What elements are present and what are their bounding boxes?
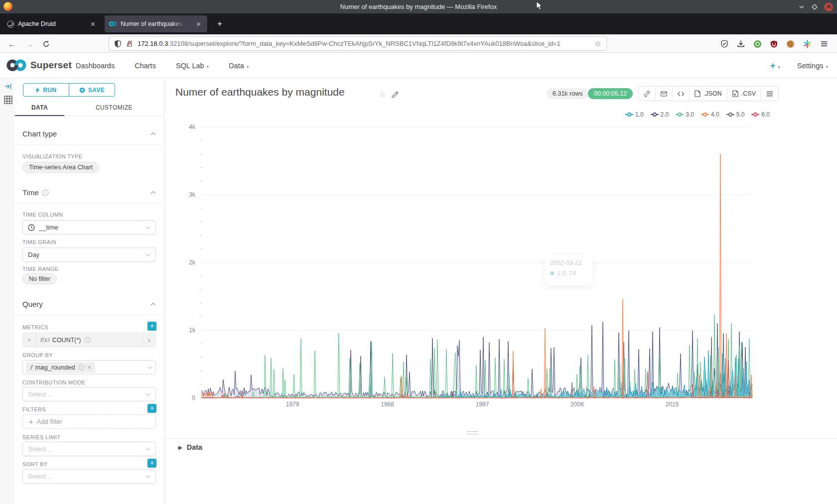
tab-close-icon[interactable]: ✕ bbox=[194, 20, 203, 28]
browser-tab-apache-druid[interactable]: Apache Druid ✕ bbox=[3, 15, 102, 32]
browser-tab-superset-chart[interactable]: Numer of earthquakes by ✕ bbox=[105, 15, 207, 32]
add-metric-button[interactable]: + bbox=[147, 322, 156, 331]
add-filter-plus-button[interactable]: + bbox=[147, 404, 156, 413]
nav-dashboards[interactable]: Dashboards bbox=[76, 62, 115, 70]
superset-logo[interactable]: Superset bbox=[6, 58, 72, 72]
time-column-select[interactable]: __time bbox=[22, 220, 156, 235]
tab-customize[interactable]: CUSTOMIZE bbox=[65, 100, 163, 116]
fx-icon: f(x) bbox=[40, 337, 49, 343]
chevron-up-icon bbox=[150, 132, 156, 135]
export-csv-button[interactable]: .CSV bbox=[727, 87, 761, 101]
email-button[interactable] bbox=[656, 87, 673, 101]
question-circle-icon: ? bbox=[84, 337, 91, 343]
series-limit-label: SERIES LIMIT bbox=[22, 434, 60, 440]
section-chart-type[interactable]: Chart type bbox=[22, 129, 156, 138]
nav-charts[interactable]: Charts bbox=[135, 62, 156, 70]
viz-type-pill[interactable]: Time-series Area Chart bbox=[22, 162, 99, 173]
chart-legend: 1.02.03.04.05.06.0 bbox=[625, 111, 770, 118]
extension-green-icon[interactable] bbox=[753, 40, 762, 48]
url-bar[interactable]: 172.18.0.3:32108/superset/explore/?form_… bbox=[109, 36, 607, 51]
pocket-shield-icon[interactable] bbox=[720, 40, 728, 48]
legend-item-3.0[interactable]: 3.0 bbox=[676, 111, 694, 118]
row-count-badge: 6.31k rows bbox=[547, 88, 588, 99]
section-query[interactable]: Query bbox=[22, 300, 156, 308]
code-icon bbox=[678, 91, 684, 97]
time-grain-select[interactable]: Day bbox=[22, 248, 156, 262]
legend-item-5.0[interactable]: 5.0 bbox=[726, 111, 745, 118]
insecure-lock-icon[interactable] bbox=[126, 40, 133, 47]
cookie-icon[interactable] bbox=[786, 40, 795, 48]
svg-text:0: 0 bbox=[192, 394, 195, 401]
expand-metric-icon[interactable]: › bbox=[142, 333, 155, 347]
extension-pinwheel-icon[interactable] bbox=[803, 40, 812, 48]
downloads-icon[interactable] bbox=[737, 40, 745, 48]
legend-item-1.0[interactable]: 1.0 bbox=[625, 111, 644, 118]
window-minimize-button[interactable] bbox=[798, 3, 805, 10]
chart-title: Numer of earthquakes by magnitude bbox=[175, 86, 345, 98]
collapse-panel-icon[interactable] bbox=[4, 83, 12, 90]
chart-actions-group: .JSON .CSV bbox=[638, 86, 779, 101]
window-title: Numer of earthquakes by magnitude — Mozi… bbox=[0, 0, 837, 13]
back-button[interactable]: ← bbox=[6, 38, 18, 50]
sort-by-select[interactable]: Select ... bbox=[22, 469, 156, 484]
tooltip-date: 2002-03-21 bbox=[550, 259, 587, 266]
svg-text:1997: 1997 bbox=[476, 401, 489, 408]
time-range-pill[interactable]: No filter bbox=[22, 273, 57, 284]
ublock-shield-icon[interactable] bbox=[770, 40, 778, 48]
bookmark-star-icon[interactable]: ☆ bbox=[595, 39, 601, 48]
metric-item[interactable]: × f(x) COUNT(*) ? › bbox=[22, 333, 156, 347]
superset-favicon bbox=[109, 21, 117, 27]
chart-menu-button[interactable] bbox=[761, 87, 778, 101]
chart-plot[interactable]: 01k2k3k4k19791988199720062015 bbox=[164, 120, 777, 418]
datasource-grid-icon[interactable] bbox=[4, 96, 12, 104]
embed-code-button[interactable] bbox=[673, 87, 690, 101]
remove-metric-icon[interactable]: × bbox=[23, 333, 36, 347]
contribution-mode-select[interactable]: Select ... bbox=[22, 387, 156, 401]
chevron-up-icon bbox=[150, 302, 156, 306]
favorite-star-icon[interactable]: ☆ bbox=[379, 89, 386, 100]
reload-button[interactable] bbox=[40, 38, 52, 50]
group-by-chip[interactable]: f mag_rounded ? × bbox=[26, 362, 95, 373]
new-tab-button[interactable]: + bbox=[213, 17, 226, 30]
legend-item-6.0[interactable]: 6.0 bbox=[751, 111, 770, 118]
edit-pencil-icon[interactable] bbox=[392, 91, 399, 98]
run-button[interactable]: RUN bbox=[23, 84, 69, 96]
add-filter-box[interactable]: + Add filter bbox=[22, 414, 156, 429]
svg-text:?: ? bbox=[86, 338, 89, 342]
save-button[interactable]: SAVE bbox=[69, 84, 115, 96]
chart-tooltip: 2002-03-21 1.0: 74 bbox=[545, 255, 592, 285]
legend-item-2.0[interactable]: 2.0 bbox=[651, 111, 669, 118]
question-circle-icon: ? bbox=[78, 364, 85, 371]
mouse-cursor bbox=[536, 1, 543, 11]
data-panel-toggle[interactable]: ▶ Data bbox=[178, 443, 202, 451]
copy-link-button[interactable] bbox=[639, 87, 656, 101]
panel-resize-handle[interactable] bbox=[466, 431, 478, 434]
control-panel: RUN SAVE DATA CUSTOMIZE Chart type VISUA… bbox=[14, 78, 164, 504]
superset-header: Superset Dashboards Charts SQL Lab▾ Data… bbox=[0, 53, 837, 78]
window-maximize-button[interactable] bbox=[811, 3, 818, 10]
legend-item-4.0[interactable]: 4.0 bbox=[701, 111, 719, 118]
settings-menu[interactable]: Settings▾ bbox=[797, 62, 828, 70]
time-column-label: TIME COLUMN bbox=[22, 212, 63, 218]
query-timer-badge: 00:00:05.12 bbox=[588, 88, 633, 99]
chevron-down-icon bbox=[145, 475, 150, 478]
window-close-button[interactable]: ✕ bbox=[824, 2, 833, 11]
remove-chip-icon[interactable]: × bbox=[88, 364, 91, 371]
group-by-select[interactable]: f mag_rounded ? × bbox=[22, 360, 156, 375]
caret-down-icon: ▾ bbox=[826, 64, 828, 69]
new-item-button[interactable]: +▾ bbox=[770, 60, 780, 71]
tab-close-icon[interactable]: ✕ bbox=[88, 20, 98, 28]
tab-data[interactable]: DATA bbox=[14, 100, 65, 116]
legend-marker-icon bbox=[651, 112, 659, 117]
nav-data[interactable]: Data▾ bbox=[229, 62, 249, 70]
browser-menu-icon[interactable] bbox=[820, 40, 828, 48]
add-sort-by-button[interactable]: + bbox=[147, 459, 156, 468]
forward-button[interactable]: → bbox=[24, 38, 36, 50]
section-time[interactable]: Time bbox=[22, 188, 156, 197]
export-json-button[interactable]: .JSON bbox=[690, 87, 727, 101]
tracking-shield-icon[interactable] bbox=[114, 40, 122, 48]
nav-sql-lab[interactable]: SQL Lab▾ bbox=[176, 62, 209, 70]
sort-by-label: SORT BY bbox=[22, 461, 48, 467]
series-limit-select[interactable]: Select ... bbox=[22, 442, 156, 456]
caret-down-icon: ▾ bbox=[247, 64, 249, 69]
